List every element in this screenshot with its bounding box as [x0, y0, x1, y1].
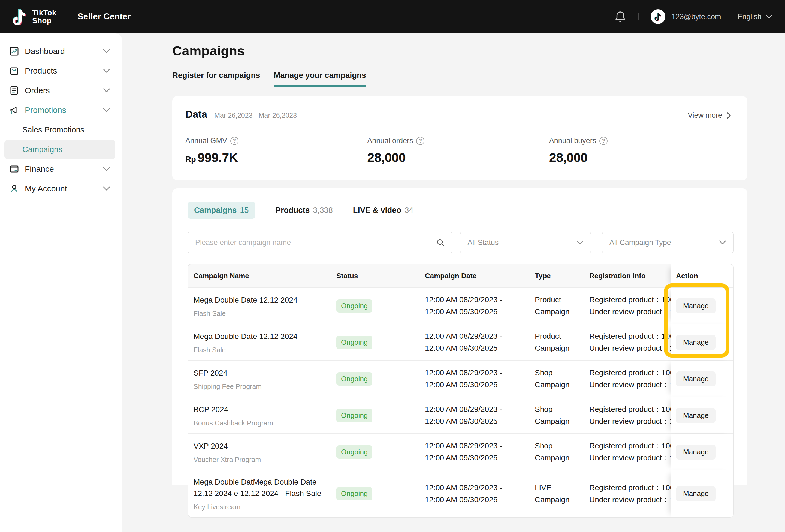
- sidebar-item-promotions[interactable]: Promotions: [0, 100, 122, 120]
- campaign-subtitle: Flash Sale: [194, 310, 328, 318]
- stat-value: 999.7K: [198, 150, 238, 165]
- chevron-down-icon: [103, 69, 110, 73]
- data-card: Data Mar 26,2023 - Mar 26,2023 View more…: [172, 96, 748, 180]
- chevron-down-icon: [103, 108, 110, 112]
- status-filter-select[interactable]: All Status: [460, 232, 591, 253]
- chevron-down-icon: [103, 167, 110, 171]
- campaign-name: Mega Double Date 12.12 2024: [194, 294, 328, 306]
- tab-count: 34: [405, 206, 413, 215]
- table-row: VXP 2024 Voucher Xtra Program Ongoing 12…: [188, 433, 733, 470]
- status-filter-value: All Status: [467, 238, 499, 247]
- view-more-link[interactable]: View more: [688, 111, 731, 120]
- status-badge: Ongoing: [336, 336, 372, 349]
- sidebar-item-orders[interactable]: Orders: [0, 81, 122, 100]
- table-row: Mega Double Date 12.12 2024 Flash Sale O…: [188, 324, 733, 360]
- dashboard-icon: [9, 46, 19, 56]
- sidebar-item-sales-promotions[interactable]: Sales Promotions: [0, 120, 122, 140]
- page-tabs: Register for campaigns Manage your campa…: [172, 71, 748, 87]
- table-row: Mega Double DatMega Double Date 12.12 20…: [188, 470, 733, 517]
- language-selector[interactable]: English: [737, 12, 773, 21]
- page-title: Campaigns: [172, 43, 748, 58]
- campaign-name: BCP 2024: [194, 404, 328, 415]
- campaign-name: Mega Double DatMega Double Date 12.12 20…: [194, 476, 328, 499]
- status-badge: Ongoing: [336, 445, 372, 459]
- manage-button[interactable]: Manage: [676, 372, 716, 386]
- campaign-subtitle: Bonus Cashback Program: [194, 419, 328, 427]
- table-row: SFP 2024 Shipping Fee Program Ongoing 12…: [188, 360, 733, 397]
- sidebar-item-dashboard[interactable]: Dashboard: [0, 42, 122, 61]
- stat-annual-gmv: Annual GMV ? Rp 999.7K: [185, 136, 367, 165]
- tiktok-shop-logo[interactable]: TikTok Shop: [12, 9, 56, 25]
- campaign-subtitle: Voucher Xtra Program: [194, 456, 328, 463]
- avatar-tiktok-icon: [654, 12, 661, 21]
- tab-manage-your-campaigns[interactable]: Manage your campaigns: [274, 71, 366, 87]
- sidebar-item-my-account[interactable]: My Account: [0, 179, 122, 198]
- currency-prefix: Rp: [185, 155, 196, 164]
- campaign-type: Product Campaign: [535, 330, 589, 354]
- manage-button[interactable]: Manage: [676, 445, 716, 459]
- manage-button[interactable]: Manage: [676, 335, 716, 350]
- stat-annual-buyers: Annual buyers ? 28,000: [549, 136, 731, 165]
- entity-tabs: Campaigns 15 Products 3,338 LIVE & video…: [187, 202, 734, 219]
- stat-label: Annual GMV: [185, 136, 227, 145]
- top-bar: TikTok Shop Seller Center 123@byte.com E…: [0, 0, 785, 33]
- data-card-title: Data: [185, 109, 207, 120]
- tab-register-for-campaigns[interactable]: Register for campaigns: [172, 71, 260, 87]
- sidebar-item-label: Dashboard: [25, 47, 103, 56]
- sidebar-item-products[interactable]: Products: [0, 61, 122, 81]
- megaphone-icon: [9, 105, 19, 115]
- tab-live-video[interactable]: LIVE & video 34: [353, 206, 413, 215]
- campaign-type-filter-value: All Campaign Type: [609, 238, 671, 247]
- sidebar-item-label: Promotions: [25, 105, 103, 115]
- table-header-row: Campaign Name Status Campaign Date Type …: [188, 264, 733, 287]
- bell-icon[interactable]: [615, 10, 626, 23]
- campaign-subtitle: Key Livestream: [194, 503, 328, 511]
- tab-count: 15: [240, 206, 249, 215]
- sidebar-subitem-label: Sales Promotions: [22, 125, 84, 134]
- header-mini-divider: [638, 13, 639, 20]
- stat-label: Annual orders: [367, 136, 413, 145]
- products-icon: [9, 66, 19, 76]
- campaign-type: Product Campaign: [535, 294, 589, 318]
- stat-label: Annual buyers: [549, 136, 597, 145]
- campaign-date: 12:00 AM 08/29/2023 - 12:00 AM 09/30/202…: [425, 403, 535, 427]
- campaign-name: Mega Double Date 12.12 2024: [194, 331, 328, 342]
- search-input[interactable]: [195, 238, 436, 247]
- data-date-range: Mar 26,2023 - Mar 26,2023: [214, 111, 297, 119]
- campaign-date: 12:00 AM 08/29/2023 - 12:00 AM 09/30/202…: [425, 294, 535, 318]
- tab-label: LIVE & video: [353, 206, 401, 215]
- campaign-date: 12:00 AM 08/29/2023 - 12:00 AM 09/30/202…: [425, 482, 535, 506]
- chevron-down-icon: [719, 240, 726, 245]
- help-icon[interactable]: ?: [599, 137, 608, 145]
- help-icon[interactable]: ?: [416, 137, 424, 145]
- sidebar-item-finance[interactable]: Finance: [0, 159, 122, 179]
- orders-icon: [9, 85, 19, 96]
- campaign-type: Shop Campaign: [535, 367, 589, 391]
- tiktok-note-icon: [12, 9, 27, 25]
- column-type: Type: [535, 272, 589, 280]
- chevron-right-icon: [727, 112, 731, 119]
- column-campaign-name: Campaign Name: [188, 272, 336, 280]
- sidebar-item-label: My Account: [25, 184, 103, 193]
- manage-button[interactable]: Manage: [676, 486, 716, 501]
- search-icon[interactable]: [436, 238, 445, 247]
- campaign-type-filter-select[interactable]: All Campaign Type: [602, 232, 734, 253]
- campaign-search[interactable]: [187, 232, 453, 253]
- table-row: Mega Double Date 12.12 2024 Flash Sale O…: [188, 287, 733, 324]
- stat-value: 28,000: [367, 150, 406, 165]
- tab-campaigns[interactable]: Campaigns 15: [187, 202, 255, 219]
- manage-button[interactable]: Manage: [676, 299, 716, 313]
- chevron-down-icon: [103, 88, 110, 93]
- manage-button[interactable]: Manage: [676, 408, 716, 423]
- credit-card-icon: [9, 164, 19, 174]
- account-email[interactable]: 123@byte.com: [672, 12, 721, 21]
- person-icon: [9, 183, 19, 194]
- help-icon[interactable]: ?: [230, 137, 238, 145]
- campaign-type: Shop Campaign: [535, 403, 589, 427]
- sidebar-item-campaigns[interactable]: Campaigns: [0, 140, 122, 159]
- campaign-date: 12:00 AM 08/29/2023 - 12:00 AM 09/30/202…: [425, 440, 535, 464]
- avatar[interactable]: [651, 9, 665, 24]
- campaign-subtitle: Flash Sale: [194, 346, 328, 354]
- status-badge: Ongoing: [336, 372, 372, 386]
- tab-products[interactable]: Products 3,338: [276, 206, 333, 215]
